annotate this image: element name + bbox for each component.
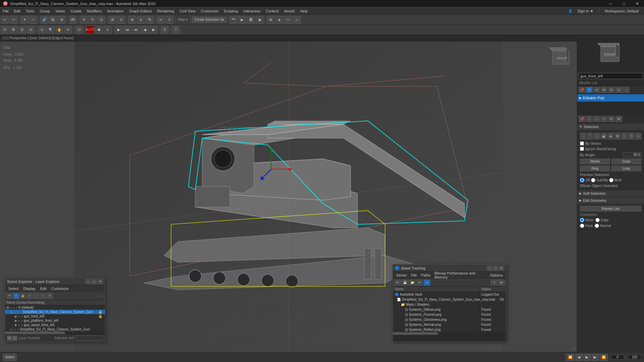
ignore-backfacing-checkbox[interactable] <box>580 147 584 151</box>
se-row-gun-platform[interactable]: ◈ ● ● gun_platform_front_left <box>5 318 105 323</box>
by-vertex-checkbox[interactable] <box>580 141 584 145</box>
se-sort-btn[interactable]: ↕ <box>40 293 46 299</box>
select-status-btn[interactable]: Select <box>3 354 17 361</box>
sel-circle-icon[interactable]: ○ <box>621 133 628 139</box>
at-save-btn[interactable]: 💾 <box>401 280 408 286</box>
se-layers-btn[interactable]: ≡ <box>13 293 19 299</box>
key-filter-button[interactable]: ≡ <box>104 26 112 34</box>
mirror-button[interactable]: ⇔ <box>157 16 165 24</box>
se-row-gun-stand[interactable]: ◈ ● ● gun_stand_front_left <box>5 323 105 327</box>
pin2-icon[interactable]: 📌 <box>579 116 585 122</box>
modifier-name-input[interactable] <box>579 73 643 79</box>
at-row-reflect[interactable]: 🖼 Systems_Reflect.png Found <box>393 327 506 332</box>
maximize-viewport-btn[interactable]: ⊡ <box>75 26 83 34</box>
create-selection-set-button[interactable]: Create Selection Se <box>192 17 226 22</box>
at-row-normal[interactable]: 🖼 Systems_Normal.png Found <box>393 322 506 327</box>
pivot-button[interactable]: ⊙ <box>117 16 125 24</box>
schematic-view-button[interactable]: ⊞ <box>267 16 275 24</box>
move-button[interactable]: ✛ <box>80 16 88 24</box>
at-minimize-btn[interactable]: ─ <box>487 265 492 271</box>
soft-sel-header[interactable]: ▶ Soft Selection <box>577 190 644 197</box>
ref-coord-button[interactable]: ⊞ <box>108 16 116 24</box>
at-row-maps-folder[interactable]: 📁 Maps / Shaders <box>393 302 506 307</box>
sel-lasso-icon[interactable]: ∿ <box>635 133 642 139</box>
move-mod-down-icon[interactable]: ↓ <box>593 116 600 122</box>
ring-button[interactable]: Ring <box>580 166 610 171</box>
total-frames-input[interactable] <box>628 355 641 360</box>
dope-sheet-button[interactable]: ≈ <box>293 16 301 24</box>
autokey-button[interactable]: AUTO <box>86 26 94 34</box>
select-filter[interactable]: All <box>69 16 77 24</box>
current-frame-input[interactable] <box>611 355 624 360</box>
snap-toggle[interactable]: ⊗ <box>128 16 136 24</box>
se-menu-display[interactable]: Display <box>21 286 38 291</box>
se-row-simplified2[interactable]: ▷ ● ● Simplified_Sci_Fi_Navy_Cannon_Syst… <box>5 327 105 331</box>
pin-icon[interactable]: 📌 <box>579 87 585 93</box>
at-remove-btn[interactable]: ✕ <box>416 280 423 286</box>
view-dropdown[interactable]: View ▾ <box>178 18 187 21</box>
key-mode-btn[interactable]: ⏪ <box>566 354 575 361</box>
se-options-btn[interactable]: ≡ <box>47 293 53 299</box>
active-shade-button[interactable]: ◉ <box>256 16 264 24</box>
by-angle-input[interactable] <box>623 152 641 157</box>
menu-file[interactable]: File <box>0 8 11 14</box>
time-config-button[interactable]: ⏱ <box>161 26 169 34</box>
redo-button[interactable]: ↪ <box>9 16 17 24</box>
bind-space-button[interactable]: ⊕ <box>58 16 66 24</box>
se-eye-btn[interactable]: 👁 <box>7 336 12 341</box>
at-row-fresnel[interactable]: 🖼 Systems_Fresnel.png Found <box>393 312 506 317</box>
next-frame-btn[interactable]: ⏭ <box>132 26 140 34</box>
edge-icon[interactable]: ⌒ <box>587 133 593 139</box>
menu-views[interactable]: Views <box>53 8 68 14</box>
end-frame-btn[interactable]: ⏩ <box>599 354 608 361</box>
grow-button[interactable]: Grow <box>611 159 642 164</box>
border-icon[interactable]: □ <box>594 133 600 139</box>
shrink-button[interactable]: Shrink <box>580 159 610 164</box>
at-row-glossiness[interactable]: 🖼 Systems_Glossiness.png Found <box>393 317 506 322</box>
next-key-btn[interactable]: ▶ <box>150 26 158 34</box>
angle-snap[interactable]: ⊘ <box>137 16 145 24</box>
undo-button[interactable]: ↩ <box>1 16 9 24</box>
edit-geom-header[interactable]: ▶ Edit Geometry <box>577 197 644 204</box>
link-button[interactable]: 🔗 <box>40 16 48 24</box>
unlink-button[interactable]: ⛓ <box>49 16 57 24</box>
repeat-last-button[interactable]: Repeat Last <box>580 206 641 212</box>
normal-radio[interactable] <box>595 224 599 228</box>
at-menu-paths[interactable]: Paths <box>419 273 432 278</box>
poly-icon[interactable]: ◪ <box>601 133 607 139</box>
add-modifier-icon[interactable]: + <box>601 116 607 122</box>
menu-edit[interactable]: Edit <box>11 8 23 14</box>
se-menu-select[interactable]: Select <box>6 286 21 291</box>
at-row-diffuse[interactable]: 🖼 Systems_Diffuse.png Found <box>393 307 506 312</box>
select-name-button[interactable]: ✧ <box>29 16 37 24</box>
se-selset-input[interactable] <box>76 336 103 341</box>
menu-interactive[interactable]: Interactive <box>241 8 263 14</box>
at-maximize-btn[interactable]: □ <box>493 265 498 271</box>
view-cube[interactable]: PERSP <box>547 44 574 71</box>
at-menu-server[interactable]: Server <box>394 273 409 278</box>
align-button[interactable]: ≡ <box>165 16 173 24</box>
select-object-button[interactable]: ✦ <box>20 16 29 24</box>
none-radio[interactable] <box>580 218 584 222</box>
signin-button[interactable]: Sign In ▼ <box>575 8 596 14</box>
maximize-button[interactable]: □ <box>617 0 631 7</box>
at-tree[interactable]: 🔵 Autodesk Vault Logged Out 📄 Simplified… <box>393 292 506 332</box>
se-lock-btn[interactable]: 🔒 <box>20 293 26 299</box>
se-row-gun-front-left[interactable]: ◈ ● ● gun_front_left 🔒 <box>5 314 105 318</box>
play-button[interactable]: ▶ <box>115 26 123 34</box>
preview-off-input[interactable] <box>580 178 584 182</box>
prev-frame-btn[interactable]: ◀ <box>575 354 583 361</box>
menu-modifiers[interactable]: Modifiers <box>84 8 105 14</box>
hierarchy-icon[interactable]: H <box>593 87 600 93</box>
at-scrollbar-thumb[interactable] <box>393 332 438 335</box>
menu-animation[interactable]: Animation <box>105 8 126 14</box>
rotate-mode-btn[interactable]: ⊙ <box>38 26 46 34</box>
setkey-button[interactable]: ⏺ <box>95 26 103 34</box>
at-row-vault[interactable]: 🔵 Autodesk Vault Logged Out <box>393 292 506 297</box>
menu-graph-editors[interactable]: Graph Editors <box>126 8 155 14</box>
at-folder-btn[interactable]: 📁 <box>409 280 416 286</box>
at-scrollbar[interactable] <box>393 332 506 335</box>
utilities-button[interactable]: U <box>27 26 35 34</box>
preview-multi-input[interactable] <box>609 178 613 182</box>
se-tree[interactable]: ⊞ ● ● ● 0 (default) ▷ ● ● ● Simplified_S… <box>5 305 105 331</box>
